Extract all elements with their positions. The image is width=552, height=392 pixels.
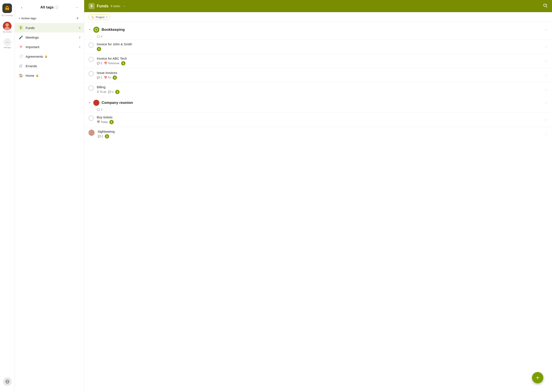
svg-point-11	[544, 4, 546, 7]
task-billing[interactable]: Billing ☰ To-do 💬 1 $ ☆	[84, 82, 552, 97]
star-button[interactable]: ☆	[544, 73, 548, 78]
task-checkbox[interactable]	[88, 71, 94, 76]
agreements-icon: 📄	[18, 54, 23, 59]
globe-button[interactable]	[3, 377, 12, 386]
task-invoice-abc[interactable]: Invoice for ABC Tech 💬 2 📅 Tomorrow $ ☆	[84, 54, 552, 68]
errands-label: Errands	[26, 64, 80, 68]
task-meta: 💬 1 📅 Fri $	[97, 76, 542, 80]
svg-point-17	[95, 101, 98, 104]
reunion-more[interactable]: ···	[545, 101, 548, 105]
user-avatar-item[interactable]: My Nozbe	[3, 21, 12, 34]
fab-add-button[interactable]: +	[532, 372, 543, 383]
agreements-label: Agreements 🔒	[26, 55, 80, 58]
content-area: ▼ Bookkeeping ··· 4 Invoice for John & S…	[84, 22, 552, 392]
task-content: Buy tickets 📅 Today $	[97, 115, 542, 124]
task-name: Buy tickets	[97, 115, 542, 119]
task-checkbox[interactable]	[88, 116, 94, 121]
home-icon: 🏠	[18, 73, 23, 78]
list-badge: ☰ To-do	[97, 91, 106, 93]
task-meta: 📅 Today $	[97, 120, 542, 124]
filter-chip-icon: 🏷️	[91, 16, 94, 19]
sidebar-item-funds[interactable]: $ Funds 6	[15, 23, 84, 33]
task-buy-tickets[interactable]: Buy tickets 📅 Today $ ☆	[84, 112, 552, 127]
sidebar: ‹ All tags i ··· ▼ Active tags + $ Funds…	[15, 0, 84, 392]
header-title: Funds	[97, 4, 108, 8]
bookkeeping-collapse-icon[interactable]: ▼	[88, 28, 91, 31]
active-tags-title: ▼ Active tags	[18, 17, 36, 20]
bookkeeping-name: Bookkeeping	[101, 28, 543, 32]
search-button[interactable]	[543, 3, 548, 9]
home-lock-icon: 🔒	[36, 74, 39, 77]
manage-label: Manage	[4, 46, 11, 49]
assignee-badge: $	[115, 90, 120, 94]
task-name: Invoice for John & Smith	[97, 42, 542, 46]
reunion-name: Company reunion	[101, 101, 543, 105]
sidebar-title: All tags i	[40, 5, 58, 10]
home-label: Home 🔒	[26, 74, 80, 77]
comment-badge: 💬 1	[97, 76, 102, 79]
chevron-down-icon: ▼	[18, 17, 20, 20]
star-button[interactable]: ☆	[544, 132, 548, 137]
sidebar-item-home[interactable]: 🏠 Home 🔒	[15, 71, 84, 80]
reunion-dot	[93, 100, 99, 106]
user-label: My Nozbe	[3, 31, 12, 33]
task-content: Invoice for ABC Tech 💬 2 📅 Tomorrow $	[97, 56, 542, 65]
task-content: Issue invoices 💬 1 📅 Fri $	[97, 71, 542, 80]
star-button[interactable]: ☆	[544, 59, 548, 63]
task-sightseeing[interactable]: Sightseeing 💬 2 $ ☆	[84, 127, 552, 141]
project-company-reunion: ▼ Company reunion ··· 2 Buy tickets	[84, 98, 552, 141]
task-count: 6 tasks	[111, 4, 120, 8]
reunion-collapse-icon[interactable]: ▼	[88, 101, 91, 104]
bookkeeping-more[interactable]: ···	[545, 28, 548, 32]
task-checkbox[interactable]	[88, 85, 94, 91]
star-button[interactable]: ☆	[544, 44, 548, 49]
sidebar-item-meetings[interactable]: 🎤 Meetings 2	[15, 33, 84, 42]
back-button[interactable]: ‹	[18, 4, 25, 11]
header-left: $ Funds 6 tasks ···	[88, 3, 126, 9]
svg-point-4	[7, 7, 8, 8]
errands-icon: 🛒	[18, 63, 23, 69]
assignee-badge: $	[97, 47, 101, 51]
sidebar-item-agreements[interactable]: 📄 Agreements 🔒	[15, 52, 84, 61]
task-checkbox[interactable]	[88, 57, 94, 62]
comment-badge: 💬 1	[108, 91, 114, 93]
reunion-task-count: 2	[84, 108, 552, 112]
project-filter-chip[interactable]: 🏷️ Project ×	[88, 14, 110, 20]
assignee-badge: $	[109, 120, 114, 124]
sidebar-more-button[interactable]: ···	[73, 4, 80, 11]
sidebar-item-important[interactable]: ✳ Important 1	[15, 42, 84, 52]
avatar	[3, 22, 12, 30]
tag-list: $ Funds 6 🎤 Meetings 2 ✳ Important 1 📄 A…	[15, 23, 84, 80]
funds-label: Funds	[26, 26, 79, 30]
header-funds-icon: $	[88, 3, 95, 9]
important-label: Important	[26, 45, 79, 49]
star-button[interactable]: ☆	[544, 87, 548, 92]
task-avatar	[88, 130, 95, 136]
task-issue-invoices[interactable]: Issue invoices 💬 1 📅 Fri $ ☆	[84, 68, 552, 82]
task-invoice-john[interactable]: Invoice for John & Smith $ ☆	[84, 39, 552, 54]
task-meta: $	[97, 47, 542, 51]
filter-chip-close[interactable]: ×	[106, 15, 108, 19]
task-checkbox[interactable]	[88, 42, 94, 48]
section-header: ▼ Active tags +	[15, 14, 84, 23]
bookkeeping-task-count: 4	[84, 35, 552, 39]
comment-badge: 💬 2	[97, 62, 102, 65]
header-more-button[interactable]: ···	[122, 4, 126, 8]
project-bookkeeping: ▼ Bookkeeping ··· 4 Invoice for John & S…	[84, 25, 552, 97]
task-content: Invoice for John & Smith $	[97, 42, 542, 51]
date-badge: 📅 Today	[97, 120, 108, 124]
star-button[interactable]: ☆	[544, 118, 548, 122]
task-name: Billing	[97, 85, 542, 89]
task-name: Invoice for ABC Tech	[97, 56, 542, 60]
funds-icon: $	[18, 25, 23, 30]
assignee-badge: $	[113, 76, 117, 80]
company-logo[interactable]: My Company	[1, 3, 13, 17]
task-content: Billing ☰ To-do 💬 1 $	[97, 85, 542, 94]
manage-item[interactable]: ··· Manage	[3, 37, 11, 49]
sidebar-item-errands[interactable]: 🛒 Errands	[15, 61, 84, 71]
bookkeeping-dot	[93, 27, 99, 33]
assignee-badge: $	[121, 61, 125, 65]
task-meta: 💬 2 📅 Tomorrow $	[97, 61, 542, 65]
add-tag-button[interactable]: +	[74, 15, 80, 21]
svg-point-20	[90, 131, 93, 133]
